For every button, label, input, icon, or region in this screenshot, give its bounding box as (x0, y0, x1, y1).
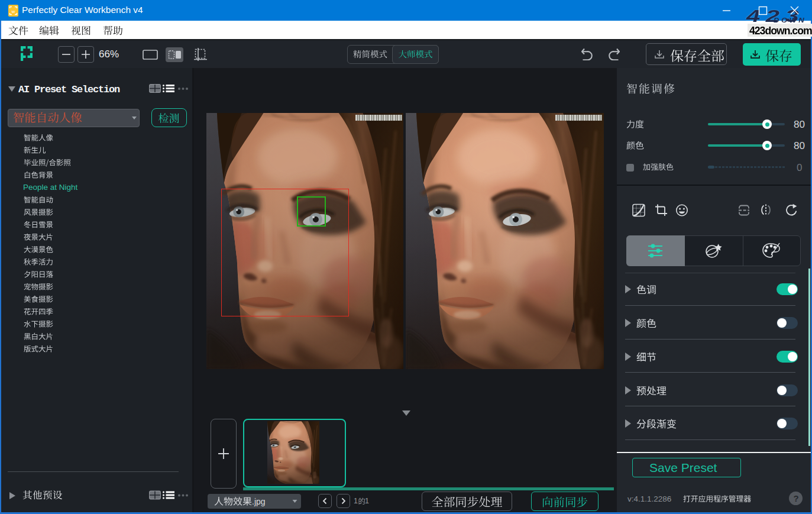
svg-text:w: w (11, 9, 15, 14)
